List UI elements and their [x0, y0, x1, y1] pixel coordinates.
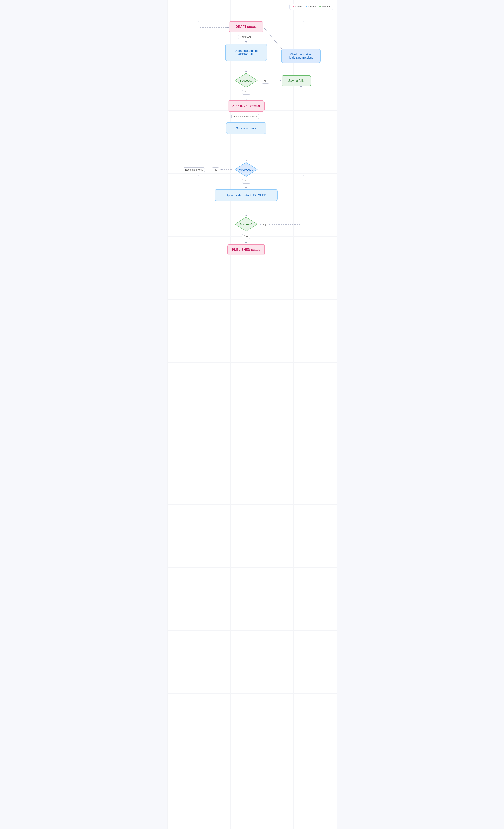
svg-marker-26: [245, 242, 247, 244]
status-dot: [293, 6, 294, 7]
system-label: System: [322, 5, 330, 8]
yes3-badge: Yes: [242, 234, 250, 239]
page: Status Actions System: [167, 0, 337, 829]
approved-diamond: Approved?: [234, 161, 258, 177]
legend-status: Status: [293, 5, 302, 8]
actions-dot: [306, 6, 307, 7]
no2-badge: No: [212, 168, 219, 172]
svg-marker-17: [245, 187, 247, 189]
draft-status-node: DRAFT status: [229, 21, 263, 32]
yes2-badge: Yes: [242, 179, 250, 184]
legend-actions: Actions: [306, 5, 316, 8]
editor-supervisor-badge: Editor supervisor work: [231, 114, 259, 119]
legend-system: System: [319, 5, 330, 8]
legend: Status Actions System: [289, 4, 333, 10]
system-dot: [319, 6, 321, 7]
editor-work-badge: Editor work: [238, 35, 255, 39]
need-more-work-badge: Need more work: [183, 168, 205, 172]
no3-badge: No: [261, 223, 268, 227]
saving-fails-node: Saving fails: [281, 75, 311, 86]
updates-published-node: Updates status to PUBLISHED: [215, 189, 278, 201]
yes1-badge: Yes: [242, 90, 250, 95]
updates-approval-node: Updates status to APPROVAL: [225, 44, 267, 61]
status-label: Status: [295, 5, 302, 8]
success1-diamond: Success?: [234, 72, 258, 88]
no1-badge: No: [262, 79, 269, 83]
flowchart: DRAFT status Editor work Updates status …: [167, 0, 337, 315]
check-mandatory-node: Check mandatory fields & permissions: [281, 49, 320, 63]
published-status-node: PUBLISHED status: [227, 244, 265, 255]
actions-label: Actions: [308, 5, 316, 8]
supervise-work-node: Supervise work: [226, 122, 266, 134]
approval-status-node: APPROVAL Status: [228, 101, 265, 111]
success2-diamond: Success?: [234, 216, 258, 232]
